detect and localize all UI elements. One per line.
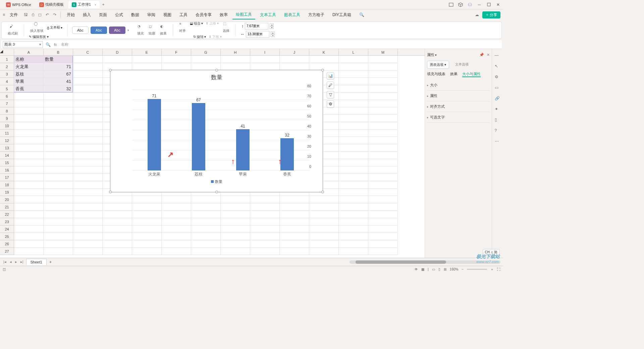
cell[interactable] — [280, 218, 309, 226]
col-header[interactable]: M — [368, 49, 398, 55]
cell[interactable] — [368, 181, 398, 189]
cell[interactable] — [73, 181, 103, 189]
row-header[interactable]: 8 — [0, 107, 14, 115]
cell[interactable] — [221, 218, 250, 226]
cell[interactable] — [339, 78, 368, 85]
cell[interactable] — [191, 56, 221, 63]
cell[interactable] — [280, 63, 309, 70]
cell[interactable] — [44, 159, 73, 166]
col-header[interactable]: C — [73, 49, 103, 55]
chart-legend[interactable]: 数量 — [110, 177, 323, 186]
cell[interactable] — [162, 226, 191, 233]
cell[interactable] — [250, 196, 280, 203]
cell[interactable] — [103, 56, 132, 63]
cell[interactable] — [44, 115, 73, 122]
format-painter-button[interactable]: 🖌格式刷 — [6, 24, 19, 37]
col-header[interactable]: H — [221, 49, 250, 55]
cell[interactable] — [339, 152, 368, 159]
cell[interactable] — [221, 240, 250, 248]
cell[interactable] — [14, 189, 44, 196]
print-icon[interactable]: ⎙ — [31, 12, 36, 17]
cell[interactable] — [132, 218, 162, 226]
cell[interactable] — [280, 233, 309, 240]
preview-icon[interactable]: ◻ — [37, 12, 43, 17]
cell[interactable] — [14, 100, 44, 107]
chart-settings-button[interactable]: ⚙ — [327, 100, 334, 108]
cell[interactable] — [250, 56, 280, 63]
width-input[interactable] — [246, 31, 269, 38]
zoom-in-button[interactable]: ＋ — [490, 267, 494, 272]
cell[interactable] — [250, 203, 280, 211]
cell[interactable] — [73, 78, 103, 85]
cell[interactable] — [73, 174, 103, 181]
chart-style-button[interactable]: 🖊 — [327, 82, 334, 89]
cell[interactable] — [191, 226, 221, 233]
chart-object[interactable]: 数量 0102030405060708071674132火龙果荔枝苹果香蕉↗↑↑… — [110, 70, 323, 192]
cell[interactable] — [368, 122, 398, 130]
menu-item[interactable]: 效率 — [216, 11, 231, 19]
cell[interactable] — [221, 196, 250, 203]
cell[interactable] — [14, 130, 44, 137]
cell[interactable] — [309, 248, 339, 255]
avatar-icon[interactable] — [468, 2, 472, 7]
up-button[interactable]: ⬆ 上移 ▾ — [206, 21, 219, 34]
cell[interactable] — [280, 226, 309, 233]
cell[interactable] — [14, 93, 44, 100]
cell[interactable] — [368, 203, 398, 211]
style-preset-3[interactable]: Abc — [109, 27, 125, 34]
view-break-icon[interactable]: ⊞ — [444, 267, 446, 271]
cell[interactable] — [103, 211, 132, 218]
cell[interactable] — [250, 211, 280, 218]
cell[interactable] — [73, 63, 103, 70]
section-props[interactable]: ▸属性 — [427, 91, 490, 101]
bar-group[interactable]: 67 — [176, 98, 221, 170]
style-more-icon[interactable]: ▾ — [127, 29, 129, 32]
name-box[interactable]: 图表 3▾ — [3, 41, 43, 48]
cell[interactable] — [73, 122, 103, 130]
cell[interactable] — [103, 233, 132, 240]
cell[interactable] — [250, 233, 280, 240]
cell[interactable] — [309, 211, 339, 218]
cell[interactable] — [191, 196, 221, 203]
cell[interactable] — [73, 85, 103, 93]
cell[interactable] — [339, 85, 368, 93]
menu-item[interactable]: 文本工具 — [257, 11, 279, 19]
row-header[interactable]: 7 — [0, 100, 14, 107]
cell[interactable] — [280, 240, 309, 248]
menu-file[interactable]: 文件 — [6, 11, 21, 19]
cell[interactable] — [14, 211, 44, 218]
cell[interactable] — [368, 93, 398, 100]
cell[interactable] — [14, 144, 44, 152]
row-header[interactable]: 2 — [0, 63, 14, 70]
resize-handle[interactable] — [321, 69, 324, 71]
cell[interactable] — [368, 70, 398, 78]
cell[interactable] — [309, 226, 339, 233]
cell[interactable]: 32 — [44, 85, 73, 93]
style-preset-1[interactable]: Abc — [72, 27, 89, 34]
cell[interactable] — [309, 63, 339, 70]
cell[interactable] — [339, 181, 368, 189]
window-layout-icon[interactable] — [449, 2, 453, 7]
cell[interactable] — [309, 233, 339, 240]
menu-item[interactable]: DIY工具箱 — [329, 11, 355, 19]
cell[interactable]: 41 — [44, 78, 73, 85]
cell[interactable] — [162, 196, 191, 203]
col-header[interactable]: J — [280, 49, 309, 55]
spin-down[interactable]: ▾ — [270, 26, 274, 29]
cell[interactable] — [73, 211, 103, 218]
spin-up[interactable]: ▴ — [271, 32, 275, 34]
cell[interactable] — [73, 203, 103, 211]
cell[interactable] — [14, 218, 44, 226]
cell[interactable] — [250, 248, 280, 255]
close-button[interactable]: ✕ — [496, 2, 500, 7]
row-header[interactable]: 15 — [0, 159, 14, 166]
cell[interactable] — [14, 181, 44, 189]
cell[interactable]: 名称 — [14, 56, 44, 63]
cell[interactable] — [162, 203, 191, 211]
row-header[interactable]: 13 — [0, 144, 14, 152]
cell[interactable] — [368, 130, 398, 137]
cell[interactable] — [339, 144, 368, 152]
cell[interactable] — [368, 196, 398, 203]
row-header[interactable]: 26 — [0, 240, 14, 248]
cell[interactable] — [44, 211, 73, 218]
